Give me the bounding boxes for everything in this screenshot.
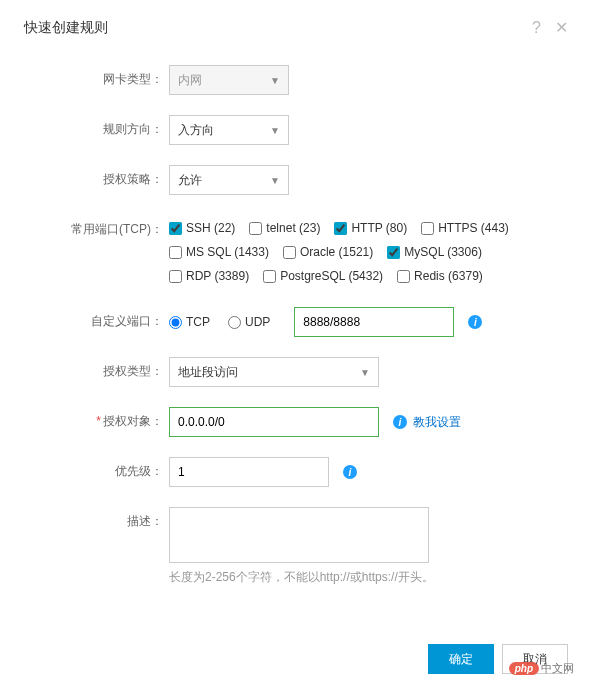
label-nic-type: 网卡类型： (24, 65, 169, 88)
port-checkbox-item[interactable]: MS SQL (1433) (169, 245, 269, 259)
port-checkbox-label: MS SQL (1433) (186, 245, 269, 259)
link-help-me-set[interactable]: 教我设置 (413, 414, 461, 431)
info-icon[interactable]: i (393, 415, 407, 429)
checkbox-group-ports: SSH (22)telnet (23)HTTP (80)HTTPS (443)M… (169, 215, 568, 283)
radio-udp-label: UDP (245, 315, 270, 329)
input-priority[interactable] (169, 457, 329, 487)
select-direction-value: 入方向 (178, 122, 214, 139)
port-checkbox[interactable] (421, 222, 434, 235)
port-checkbox-label: telnet (23) (266, 221, 320, 235)
label-custom-port: 自定义端口： (24, 307, 169, 330)
dialog-header: 快速创建规则 ? ✕ (24, 18, 568, 37)
header-actions: ? ✕ (532, 18, 568, 37)
radio-udp[interactable]: UDP (228, 315, 270, 329)
chevron-down-icon: ▼ (270, 175, 280, 186)
chevron-down-icon: ▼ (360, 367, 370, 378)
port-checkbox[interactable] (334, 222, 347, 235)
row-priority: 优先级： i (24, 457, 568, 487)
dialog-title: 快速创建规则 (24, 19, 108, 37)
radio-tcp-input[interactable] (169, 316, 182, 329)
radio-tcp[interactable]: TCP (169, 315, 210, 329)
port-checkbox-item[interactable]: SSH (22) (169, 221, 235, 235)
label-auth-object: *授权对象： (24, 407, 169, 430)
info-icon[interactable]: i (343, 465, 357, 479)
label-common-ports: 常用端口(TCP)： (24, 215, 169, 238)
select-auth-policy[interactable]: 允许 ▼ (169, 165, 289, 195)
label-direction: 规则方向： (24, 115, 169, 138)
port-checkbox-label: MySQL (3306) (404, 245, 482, 259)
port-checkbox[interactable] (397, 270, 410, 283)
input-auth-object[interactable] (169, 407, 379, 437)
port-checkbox-item[interactable]: RDP (3389) (169, 269, 249, 283)
select-nic-type-value: 内网 (178, 72, 202, 89)
port-checkbox[interactable] (249, 222, 262, 235)
label-auth-policy: 授权策略： (24, 165, 169, 188)
row-auth-type: 授权类型： 地址段访问 ▼ (24, 357, 568, 387)
select-nic-type: 内网 ▼ (169, 65, 289, 95)
port-checkbox[interactable] (169, 270, 182, 283)
port-checkbox[interactable] (169, 246, 182, 259)
radio-group-protocol: TCP UDP (169, 315, 270, 329)
port-checkbox-item[interactable]: Redis (6379) (397, 269, 483, 283)
info-icon[interactable]: i (468, 315, 482, 329)
port-checkbox-label: PostgreSQL (5432) (280, 269, 383, 283)
help-icon[interactable]: ? (532, 19, 541, 37)
select-auth-type-value: 地址段访问 (178, 364, 238, 381)
port-checkbox-label: HTTP (80) (351, 221, 407, 235)
select-direction[interactable]: 入方向 ▼ (169, 115, 289, 145)
ok-button[interactable]: 确定 (428, 644, 494, 674)
port-checkbox-label: Redis (6379) (414, 269, 483, 283)
dialog-footer: 确定 取消 (428, 644, 568, 674)
hint-description: 长度为2-256个字符，不能以http://或https://开头。 (169, 569, 568, 586)
port-checkbox[interactable] (283, 246, 296, 259)
label-auth-object-text: 授权对象： (103, 414, 163, 428)
radio-udp-input[interactable] (228, 316, 241, 329)
port-checkbox[interactable] (169, 222, 182, 235)
dialog-quick-create-rule: 快速创建规则 ? ✕ 网卡类型： 内网 ▼ 规则方向： 入方向 ▼ 授权策略： (0, 0, 592, 604)
port-checkbox-label: SSH (22) (186, 221, 235, 235)
row-description: 描述： (24, 507, 568, 563)
close-icon[interactable]: ✕ (555, 18, 568, 37)
chevron-down-icon: ▼ (270, 75, 280, 86)
row-auth-object: *授权对象： i 教我设置 (24, 407, 568, 437)
input-custom-port[interactable] (294, 307, 454, 337)
port-checkbox-item[interactable]: MySQL (3306) (387, 245, 482, 259)
select-auth-type[interactable]: 地址段访问 ▼ (169, 357, 379, 387)
label-priority: 优先级： (24, 457, 169, 480)
port-checkbox-item[interactable]: HTTPS (443) (421, 221, 509, 235)
radio-tcp-label: TCP (186, 315, 210, 329)
row-auth-policy: 授权策略： 允许 ▼ (24, 165, 568, 195)
cancel-button[interactable]: 取消 (502, 644, 568, 674)
row-custom-port: 自定义端口： TCP UDP i (24, 307, 568, 337)
port-checkbox-item[interactable]: telnet (23) (249, 221, 320, 235)
port-checkbox-label: HTTPS (443) (438, 221, 509, 235)
row-nic-type: 网卡类型： 内网 ▼ (24, 65, 568, 95)
port-checkbox-item[interactable]: PostgreSQL (5432) (263, 269, 383, 283)
textarea-description[interactable] (169, 507, 429, 563)
port-checkbox-label: RDP (3389) (186, 269, 249, 283)
port-checkbox-label: Oracle (1521) (300, 245, 373, 259)
port-checkbox-item[interactable]: Oracle (1521) (283, 245, 373, 259)
select-auth-policy-value: 允许 (178, 172, 202, 189)
row-direction: 规则方向： 入方向 ▼ (24, 115, 568, 145)
port-checkbox[interactable] (387, 246, 400, 259)
chevron-down-icon: ▼ (270, 125, 280, 136)
label-description: 描述： (24, 507, 169, 530)
label-auth-type: 授权类型： (24, 357, 169, 380)
row-common-ports: 常用端口(TCP)： SSH (22)telnet (23)HTTP (80)H… (24, 215, 568, 283)
port-checkbox-item[interactable]: HTTP (80) (334, 221, 407, 235)
port-checkbox[interactable] (263, 270, 276, 283)
